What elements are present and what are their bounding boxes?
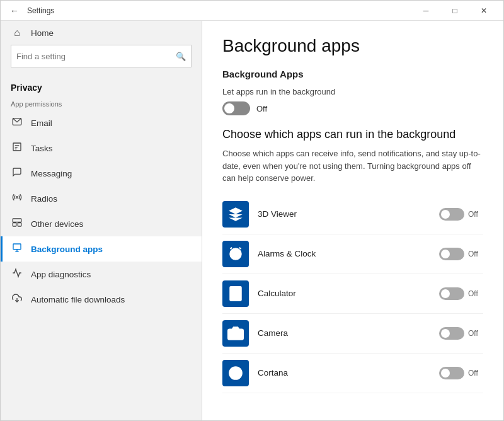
cortana-toggle[interactable]	[439, 367, 464, 379]
list-item: Calculator Off	[222, 274, 483, 314]
email-icon	[11, 117, 23, 129]
3d-viewer-toggle-label: Off	[468, 210, 483, 219]
camera-name: Camera	[258, 328, 430, 338]
svg-rect-6	[13, 223, 16, 226]
camera-icon	[222, 320, 249, 347]
calculator-toggle-row: Off	[439, 287, 483, 300]
automatic-downloads-icon	[11, 293, 23, 306]
svg-rect-8	[13, 219, 21, 222]
sidebar-item-tasks-label: Tasks	[31, 144, 53, 153]
sidebar-item-background-apps[interactable]: Background apps	[1, 236, 202, 262]
sidebar-item-other-devices[interactable]: Other devices	[1, 211, 202, 236]
calculator-toggle[interactable]	[439, 287, 464, 300]
sidebar-item-automatic-file-downloads-label: Automatic file downloads	[31, 295, 125, 304]
svg-point-5	[16, 197, 18, 199]
sidebar-item-app-diagnostics-label: App diagnostics	[31, 270, 91, 279]
right-panel: Background apps Background Apps Let apps…	[202, 21, 503, 420]
calculator-icon	[222, 280, 249, 307]
3d-viewer-name: 3D Viewer	[258, 209, 430, 219]
cortana-name: Cortana	[258, 368, 430, 378]
3d-viewer-icon	[222, 201, 249, 228]
home-icon: ⌂	[11, 27, 23, 38]
svg-line-14	[230, 247, 232, 248]
sidebar: ⌂ Home 🔍 Privacy App permissions Email	[1, 21, 202, 420]
minimize-button[interactable]: ─	[411, 1, 440, 21]
page-title: Background apps	[222, 36, 483, 56]
background-apps-icon	[11, 243, 23, 255]
background-apps-toggle[interactable]	[222, 101, 250, 115]
sidebar-item-messaging[interactable]: Messaging	[1, 161, 202, 186]
choose-description: Choose which apps can receive info, send…	[222, 147, 483, 185]
messaging-icon	[11, 167, 23, 180]
toggle-description: Let apps run in the background	[222, 87, 483, 96]
list-item: Cortana Off	[222, 354, 483, 393]
svg-point-27	[233, 331, 239, 337]
sidebar-item-home[interactable]: ⌂ Home	[1, 21, 202, 45]
cortana-toggle-row: Off	[439, 367, 483, 379]
background-apps-section-title: Background Apps	[222, 69, 483, 79]
calculator-name: Calculator	[258, 289, 430, 298]
other-devices-icon	[11, 217, 23, 230]
choose-section-title: Choose which apps can run in the backgro…	[222, 128, 483, 141]
search-input[interactable]	[16, 52, 176, 61]
camera-toggle-row: Off	[439, 327, 483, 340]
close-button[interactable]: ✕	[469, 1, 498, 21]
window-controls: ─ □ ✕	[411, 1, 498, 21]
sidebar-item-email[interactable]: Email	[1, 110, 202, 136]
sidebar-item-messaging-label: Messaging	[31, 169, 72, 178]
search-icon: 🔍	[176, 52, 186, 61]
toggle-off-label: Off	[256, 104, 267, 113]
tasks-icon	[11, 142, 23, 154]
sidebar-item-other-devices-label: Other devices	[31, 219, 83, 229]
sidebar-item-radios[interactable]: Radios	[1, 186, 202, 211]
maximize-button[interactable]: □	[440, 1, 469, 21]
sidebar-item-app-diagnostics[interactable]: App diagnostics	[1, 262, 202, 287]
alarms-clock-name: Alarms & Clock	[258, 249, 430, 258]
alarms-clock-toggle-row: Off	[439, 248, 483, 260]
privacy-label: Privacy	[1, 75, 202, 95]
sidebar-item-radios-label: Radios	[31, 194, 57, 204]
svg-rect-7	[18, 223, 21, 226]
alarms-clock-toggle-label: Off	[468, 250, 483, 258]
settings-window: ← Settings ─ □ ✕ ⌂ Home 🔍 Privacy App pe…	[0, 0, 504, 421]
3d-viewer-toggle-row: Off	[439, 208, 483, 221]
svg-rect-9	[13, 244, 21, 250]
list-item: Alarms & Clock Off	[222, 234, 483, 274]
back-button[interactable]: ←	[6, 2, 23, 20]
sidebar-item-background-apps-label: Background apps	[31, 245, 103, 254]
camera-toggle-label: Off	[468, 329, 483, 338]
alarms-clock-icon	[222, 241, 249, 267]
sidebar-item-automatic-file-downloads[interactable]: Automatic file downloads	[1, 287, 202, 312]
alarms-clock-toggle[interactable]	[439, 248, 464, 260]
title-bar-title: Settings	[23, 6, 411, 15]
list-item: Camera Off	[222, 314, 483, 354]
sidebar-search-box[interactable]: 🔍	[11, 45, 192, 67]
title-bar: ← Settings ─ □ ✕	[1, 1, 503, 21]
radios-icon	[11, 192, 23, 205]
3d-viewer-toggle[interactable]	[439, 208, 464, 221]
svg-point-29	[233, 370, 239, 376]
svg-rect-16	[230, 287, 241, 301]
app-permissions-label: App permissions	[1, 95, 202, 110]
toggle-knob	[224, 103, 234, 113]
app-diagnostics-icon	[11, 268, 23, 280]
camera-toggle[interactable]	[439, 327, 464, 340]
calculator-toggle-label: Off	[468, 289, 483, 298]
main-content: ⌂ Home 🔍 Privacy App permissions Email	[1, 21, 503, 420]
sidebar-item-email-label: Email	[31, 118, 52, 128]
sidebar-item-tasks[interactable]: Tasks	[1, 136, 202, 161]
cortana-toggle-label: Off	[468, 369, 483, 378]
cortana-icon	[222, 360, 249, 386]
svg-line-15	[239, 247, 241, 248]
app-list: 3D Viewer Off Alarms & Clock Off	[222, 195, 483, 393]
main-toggle-row: Off	[222, 101, 483, 115]
sidebar-item-home-label: Home	[31, 28, 54, 38]
list-item: 3D Viewer Off	[222, 195, 483, 234]
